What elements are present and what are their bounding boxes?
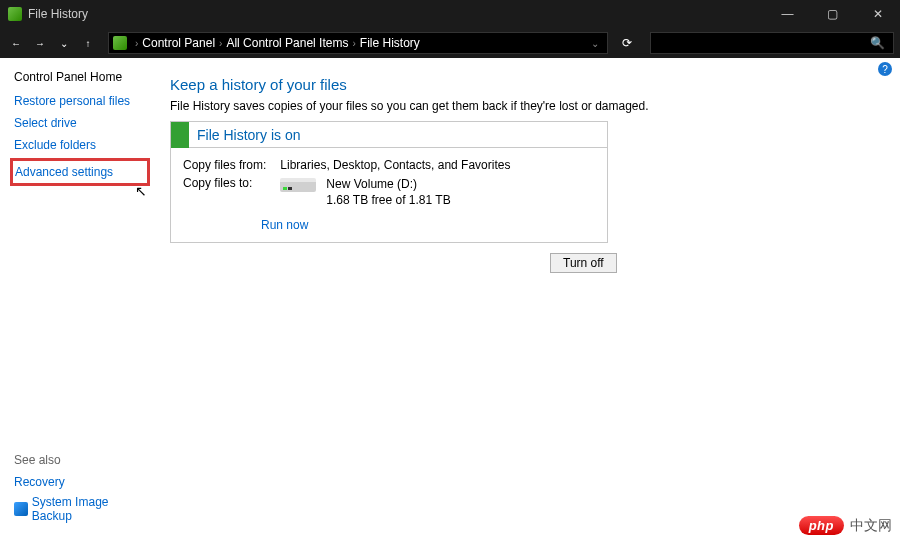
breadcrumb-sep: › [217, 38, 224, 49]
breadcrumb-item-1[interactable]: All Control Panel Items [226, 36, 348, 50]
see-also-system-image-backup[interactable]: System Image Backup [14, 495, 150, 523]
breadcrumb-sep: › [350, 38, 357, 49]
page-description: File History saves copies of your files … [170, 99, 878, 113]
see-also-label: Recovery [14, 475, 65, 489]
label-copy-from: Copy files from: [183, 158, 266, 172]
close-button[interactable]: ✕ [855, 0, 900, 28]
forward-button[interactable]: → [30, 33, 50, 53]
drive-name: New Volume (D:) [326, 176, 450, 192]
label-copy-to: Copy files to: [183, 176, 266, 190]
run-now-link[interactable]: Run now [261, 218, 308, 232]
sidebar: Control Panel Home Restore personal file… [0, 58, 160, 539]
control-panel-home-link[interactable]: Control Panel Home [14, 70, 150, 84]
see-also-recovery[interactable]: Recovery [14, 475, 150, 489]
highlight-box: Advanced settings [10, 158, 150, 186]
search-icon: 🔍 [870, 36, 885, 50]
file-history-icon [8, 7, 22, 21]
see-also-label: System Image Backup [32, 495, 150, 523]
maximize-button[interactable]: ▢ [810, 0, 855, 28]
status-panel: File History is on Copy files from: Copy… [170, 121, 608, 243]
refresh-button[interactable]: ⟳ [616, 32, 638, 54]
help-icon[interactable]: ? [878, 62, 892, 76]
breadcrumb-sep: › [133, 38, 140, 49]
sidebar-link-advanced-settings[interactable]: Advanced settings [15, 165, 113, 179]
drive-icon [280, 178, 316, 192]
drive-row: New Volume (D:) 1.68 TB free of 1.81 TB [280, 176, 510, 208]
nav-toolbar: ← → ⌄ ↑ › Control Panel › All Control Pa… [0, 28, 900, 58]
page-title: Keep a history of your files [170, 76, 878, 93]
sidebar-link-restore[interactable]: Restore personal files [14, 94, 150, 108]
breadcrumb-item-2[interactable]: File History [360, 36, 420, 50]
value-copy-from: Libraries, Desktop, Contacts, and Favori… [280, 158, 510, 172]
watermark: php 中文网 [799, 516, 892, 535]
address-dropdown[interactable]: ⌄ [587, 38, 603, 49]
minimize-button[interactable]: — [765, 0, 810, 28]
backup-icon [14, 502, 28, 516]
sidebar-link-exclude-folders[interactable]: Exclude folders [14, 138, 150, 152]
status-text: File History is on [197, 127, 300, 143]
address-bar[interactable]: › Control Panel › All Control Panel Item… [108, 32, 608, 54]
control-panel-icon [113, 36, 127, 50]
main-panel: ? Keep a history of your files File Hist… [160, 58, 900, 539]
details-grid: Copy files from: Copy files to: Librarie… [171, 148, 607, 208]
turn-off-button[interactable]: Turn off [550, 253, 617, 273]
window-title: File History [28, 7, 88, 21]
content-area: Control Panel Home Restore personal file… [0, 58, 900, 539]
drive-space: 1.68 TB free of 1.81 TB [326, 192, 450, 208]
titlebar: File History — ▢ ✕ [0, 0, 900, 28]
status-on-icon [171, 122, 189, 148]
search-box[interactable]: 🔍 [650, 32, 894, 54]
status-header: File History is on [171, 122, 607, 148]
recent-dropdown[interactable]: ⌄ [54, 33, 74, 53]
watermark-badge: php [799, 516, 844, 535]
watermark-text: 中文网 [850, 517, 892, 535]
sidebar-link-select-drive[interactable]: Select drive [14, 116, 150, 130]
breadcrumb-item-0[interactable]: Control Panel [142, 36, 215, 50]
back-button[interactable]: ← [6, 33, 26, 53]
see-also-heading: See also [14, 453, 150, 467]
up-button[interactable]: ↑ [78, 33, 98, 53]
